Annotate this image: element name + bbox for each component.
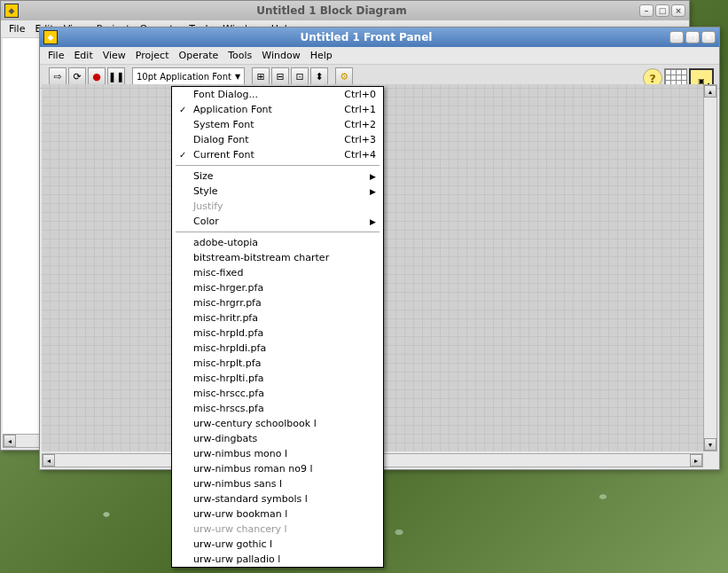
menu-shortcut: Ctrl+0 bbox=[326, 89, 376, 100]
menu-item-label: Current Font bbox=[193, 149, 254, 161]
fp-titlebar[interactable]: ◆ Untitled 1 Front Panel – □ × bbox=[40, 27, 719, 47]
menu-item-label: urw-standard symbols l bbox=[193, 493, 308, 505]
scroll-left-icon[interactable]: ◂ bbox=[4, 435, 16, 447]
menu-item-label: Application Font bbox=[193, 104, 272, 115]
menu-item-label: urw-urw palladio l bbox=[193, 553, 280, 565]
menu-item-label: Font Dialog... bbox=[193, 89, 258, 100]
fp-title: Untitled 1 Front Panel bbox=[63, 31, 669, 43]
menu-item[interactable]: Current FontCtrl+4 bbox=[172, 147, 383, 162]
fp-menu-operate[interactable]: Operate bbox=[174, 49, 223, 62]
menu-shortcut: Ctrl+4 bbox=[326, 149, 376, 161]
fp-menu-window[interactable]: Window bbox=[257, 49, 304, 62]
font-selector[interactable]: 10pt Application Font ▼ bbox=[132, 67, 245, 85]
menu-item[interactable]: misc-fixed bbox=[172, 265, 383, 280]
menu-item-label: Dialog Font bbox=[193, 134, 248, 145]
menu-item[interactable]: misc-hrscc.pfa bbox=[172, 386, 383, 401]
fp-menu-file[interactable]: File bbox=[43, 49, 68, 62]
font-selector-label: 10pt Application Font bbox=[137, 72, 231, 82]
bd-title: Untitled 1 Block Diagram bbox=[24, 4, 639, 17]
menu-item-label: misc-hrscc.pfa bbox=[193, 388, 264, 399]
settings-button[interactable]: ⚙ bbox=[335, 67, 353, 85]
menu-item-label: misc-hrpld.pfa bbox=[193, 327, 263, 339]
font-dropdown-menu: Font Dialog...Ctrl+0Application FontCtrl… bbox=[171, 86, 384, 568]
menu-item[interactable]: bitstream-bitstream charter bbox=[172, 250, 383, 265]
fp-minimize-button[interactable]: – bbox=[669, 31, 684, 43]
pause-button[interactable]: ❚❚ bbox=[107, 67, 125, 85]
scroll-down-icon[interactable]: ▾ bbox=[704, 438, 716, 451]
menu-item[interactable]: Font Dialog...Ctrl+0 bbox=[172, 87, 383, 102]
menu-item[interactable]: misc-hrscs.pfa bbox=[172, 401, 383, 416]
chevron-down-icon: ▼ bbox=[235, 73, 240, 81]
fp-menu-project[interactable]: Project bbox=[131, 49, 174, 62]
menu-item[interactable]: misc-hrgrr.pfa bbox=[172, 295, 383, 310]
menu-item-label: System Font bbox=[193, 119, 254, 130]
menu-item-label: urw-urw chancery l bbox=[193, 523, 287, 535]
menu-item[interactable]: misc-hrger.pfa bbox=[172, 280, 383, 295]
menu-item[interactable]: Style▶ bbox=[172, 184, 383, 199]
menu-item[interactable]: misc-hrpld.pfa bbox=[172, 326, 383, 341]
submenu-arrow-icon: ▶ bbox=[370, 217, 376, 226]
fp-menu-view[interactable]: View bbox=[98, 49, 130, 62]
menu-item: Justify bbox=[172, 199, 383, 214]
menu-item-label: misc-hrger.pfa bbox=[193, 282, 263, 294]
menu-item-label: urw-nimbus mono l bbox=[193, 448, 287, 459]
scroll-up-icon[interactable]: ▴ bbox=[704, 85, 716, 98]
run-button[interactable]: ⇨ bbox=[49, 67, 67, 85]
menu-item[interactable]: misc-hrpldi.pfa bbox=[172, 341, 383, 356]
menu-item[interactable]: urw-urw palladio l bbox=[172, 552, 383, 567]
menu-item[interactable]: urw-nimbus sans l bbox=[172, 476, 383, 491]
menu-item[interactable]: urw-nimbus mono l bbox=[172, 446, 383, 461]
menu-item[interactable]: misc-hrplt.pfa bbox=[172, 356, 383, 371]
fp-maximize-button[interactable]: □ bbox=[685, 31, 700, 43]
menu-item-label: misc-hrplti.pfa bbox=[193, 373, 264, 384]
fp-menu-tools[interactable]: Tools bbox=[223, 49, 256, 62]
fp-scroll-v[interactable]: ▴ ▾ bbox=[703, 84, 717, 451]
fp-menu-edit[interactable]: Edit bbox=[69, 49, 97, 62]
resize-button[interactable]: ⊡ bbox=[291, 67, 309, 85]
distribute-button[interactable]: ⊟ bbox=[271, 67, 289, 85]
run-continuous-button[interactable]: ⟳ bbox=[68, 67, 86, 85]
menu-item[interactable]: urw-nimbus roman no9 l bbox=[172, 461, 383, 476]
reorder-button[interactable]: ⬍ bbox=[310, 67, 328, 85]
scroll-right-icon[interactable]: ▸ bbox=[690, 454, 702, 467]
bd-menu-file[interactable]: File bbox=[4, 22, 29, 35]
bd-titlebar[interactable]: ◆ Untitled 1 Block Diagram – □ × bbox=[1, 1, 689, 20]
menu-item-label: Color bbox=[193, 216, 219, 227]
menu-item-label: urw-urw gothic l bbox=[193, 538, 272, 550]
menu-item[interactable]: urw-urw gothic l bbox=[172, 537, 383, 552]
menu-item-label: Justify bbox=[193, 200, 223, 212]
menu-item[interactable]: misc-hrplti.pfa bbox=[172, 371, 383, 386]
menu-item[interactable]: urw-urw bookman l bbox=[172, 506, 383, 522]
menu-item-label: Style bbox=[193, 185, 218, 197]
bd-minimize-button[interactable]: – bbox=[639, 4, 654, 17]
menu-item[interactable]: misc-hritr.pfa bbox=[172, 310, 383, 326]
fp-close-button[interactable]: × bbox=[701, 31, 716, 43]
menu-item[interactable]: urw-century schoolbook l bbox=[172, 416, 383, 431]
menu-separator bbox=[176, 165, 380, 166]
menu-item-label: misc-hrpldi.pfa bbox=[193, 342, 266, 354]
menu-item-label: urw-urw bookman l bbox=[193, 508, 287, 520]
menu-item-label: urw-nimbus roman no9 l bbox=[193, 463, 313, 475]
menu-shortcut: Ctrl+2 bbox=[326, 119, 376, 130]
scroll-left-icon[interactable]: ◂ bbox=[43, 454, 55, 467]
menu-item-label: adobe-utopia bbox=[193, 237, 258, 248]
bd-close-button[interactable]: × bbox=[671, 4, 685, 17]
menu-item[interactable]: Application FontCtrl+1 bbox=[172, 102, 383, 117]
fp-menu-help[interactable]: Help bbox=[306, 49, 337, 62]
menu-item[interactable]: urw-dingbats bbox=[172, 431, 383, 446]
menu-item[interactable]: Size▶ bbox=[172, 169, 383, 184]
menu-item-label: misc-hrplt.pfa bbox=[193, 357, 261, 369]
menu-item-label: bitstream-bitstream charter bbox=[193, 252, 329, 263]
menu-item-label: urw-century schoolbook l bbox=[193, 418, 317, 429]
scroll-track[interactable] bbox=[704, 98, 716, 438]
menu-item[interactable]: System FontCtrl+2 bbox=[172, 117, 383, 132]
menu-item[interactable]: urw-standard symbols l bbox=[172, 491, 383, 506]
menu-item[interactable]: Color▶ bbox=[172, 214, 383, 229]
submenu-arrow-icon: ▶ bbox=[370, 172, 376, 181]
menu-item[interactable]: adobe-utopia bbox=[172, 235, 383, 250]
bd-maximize-button[interactable]: □ bbox=[655, 4, 669, 17]
abort-button[interactable]: ● bbox=[88, 67, 106, 85]
align-button[interactable]: ⊞ bbox=[252, 67, 270, 85]
menu-item[interactable]: Dialog FontCtrl+3 bbox=[172, 132, 383, 147]
menu-item-label: misc-hritr.pfa bbox=[193, 312, 258, 324]
